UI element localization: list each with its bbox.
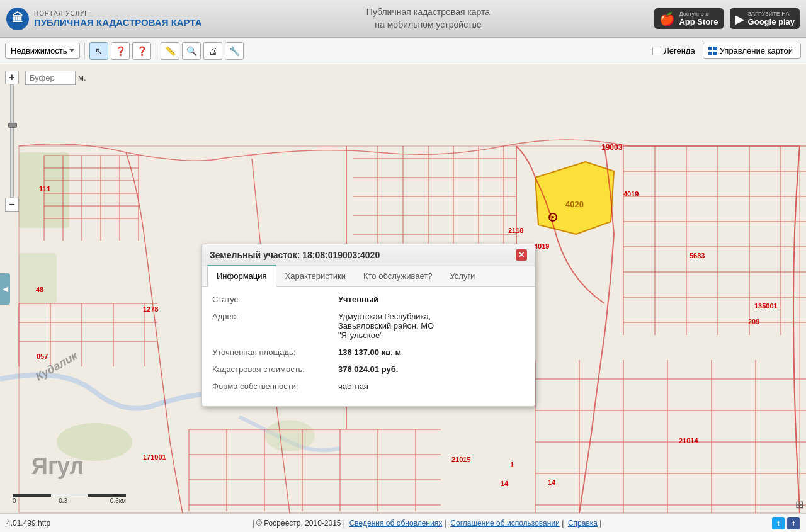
popup-close-btn[interactable]: ✕ <box>516 249 527 261</box>
zoom-out-btn[interactable]: − <box>5 198 19 212</box>
twitter-icon[interactable]: t <box>772 517 785 529</box>
zoom-slider-thumb <box>8 123 17 128</box>
zoom-in-btn[interactable]: + <box>5 71 19 84</box>
header: 🏛 ПОРТАЛ УСЛУГ ПУБЛИЧНАЯ КАДАСТРОВАЯ КАР… <box>0 0 806 38</box>
googleplay-label: ЗАГРУЗИТЕ НА Google play <box>748 11 795 26</box>
toolbar-separator-2 <box>156 43 156 59</box>
left-panel-toggle[interactable]: ◀ <box>0 273 10 305</box>
logo-icon: 🏛 <box>6 8 29 30</box>
footer-link-agreement[interactable]: Соглашение об использовании <box>450 519 560 528</box>
footer-copyright: | © Росреестр, 2010-2015 | <box>253 519 345 528</box>
popup-tabs: Информация Характеристики Кто обслуживае… <box>202 266 535 287</box>
footer: 4.01.499.http | © Росреестр, 2010-2015 |… <box>0 513 806 532</box>
footer-center: | © Росреестр, 2010-2015 | Сведения об о… <box>82 519 772 528</box>
appstore-label: Доступно в App Store <box>679 11 718 26</box>
popup-header: Земельный участок: 18:08:019003:4020 ✕ <box>202 244 535 266</box>
popup-label-status: Статус: <box>212 295 338 304</box>
scale-labels: 0 0.3 0.6км <box>13 497 126 504</box>
facebook-icon[interactable]: f <box>787 517 800 529</box>
popup-tab-who[interactable]: Кто обслуживает? <box>355 266 441 287</box>
popup-content: Статус: Учтенный Адрес: Удмуртская Респу… <box>202 287 535 406</box>
scale-line <box>13 494 126 497</box>
mobile-text: Публичная кадастровая карта на мобильном… <box>202 6 654 31</box>
site-title: ПУБЛИЧНАЯ КАДАСТРОВАЯ КАРТА <box>34 17 202 28</box>
popup-tab-services[interactable]: Услуги <box>441 266 484 287</box>
cursor-icon: ↖ <box>95 46 103 56</box>
popup-value-address: Удмуртская Республика,Завьяловский район… <box>338 312 525 340</box>
legend-label: Легенда <box>664 46 695 55</box>
popup-dialog: Земельный участок: 18:08:019003:4020 ✕ И… <box>202 244 535 407</box>
manage-map-icon <box>708 47 717 55</box>
header-center: Публичная кадастровая карта на мобильном… <box>202 6 654 31</box>
footer-social: t f <box>772 517 800 529</box>
googleplay-name: Google play <box>748 17 795 26</box>
popup-row-status: Статус: Учтенный <box>212 295 525 304</box>
buffer-unit-label: м. <box>78 73 86 82</box>
svg-point-80 <box>552 216 554 218</box>
manage-map-btn[interactable]: Управление картой <box>703 43 801 59</box>
popup-row-cost: Кадастровая стоимость: 376 024.01 руб. <box>212 365 525 374</box>
appstore-available: Доступно в <box>679 11 718 17</box>
property-dropdown[interactable]: Недвижимость <box>5 43 80 59</box>
legend-btn[interactable]: Легенда <box>652 46 695 55</box>
svg-point-3 <box>264 420 315 451</box>
scale-0: 0 <box>13 497 16 504</box>
scale-bar: 0 0.3 0.6км <box>13 494 126 504</box>
mobile-text-line1: Публичная кадастровая карта <box>366 7 490 17</box>
popup-label-ownership: Форма собственности: <box>212 382 338 391</box>
map-container[interactable]: м. + − ◀ 19003 4020 4019 4019 2118 5683 … <box>0 64 806 513</box>
scale-06: 0.6км <box>110 497 126 504</box>
popup-label-area: Уточненная площадь: <box>212 348 338 357</box>
popup-label-address: Адрес: <box>212 312 338 321</box>
footer-version: 4.01.499.http <box>6 519 82 528</box>
popup-tab-chars[interactable]: Характеристики <box>276 266 355 287</box>
manage-map-label: Управление картой <box>720 46 793 55</box>
googleplay-badge[interactable]: ▶ ЗАГРУЗИТЕ НА Google play <box>730 8 800 29</box>
appstore-badge[interactable]: 🍎 Доступно в App Store <box>654 8 723 29</box>
zoom-controls: + − <box>5 71 19 212</box>
help-btn[interactable]: ❓ <box>132 42 151 60</box>
popup-value-area: 136 137.00 кв. м <box>338 348 525 357</box>
search-btn[interactable]: 🔍 <box>182 42 201 60</box>
popup-label-cost: Кадастровая стоимость: <box>212 365 338 374</box>
settings-icon: 🔧 <box>229 46 240 56</box>
toolbar-separator-1 <box>84 43 85 59</box>
settings-btn[interactable]: 🔧 <box>225 42 244 60</box>
map-corner-icon[interactable]: ⊞ <box>795 499 803 511</box>
googleplay-available: ЗАГРУЗИТЕ НА <box>748 11 795 17</box>
popup-value-status: Учтенный <box>338 295 525 304</box>
info-btn[interactable]: ❓ <box>111 42 130 60</box>
search-icon: 🔍 <box>186 46 197 56</box>
popup-row-ownership: Форма собственности: частная <box>212 382 525 391</box>
property-dropdown-label: Недвижимость <box>11 46 67 55</box>
svg-rect-1 <box>19 253 57 303</box>
footer-link-help[interactable]: Справка <box>568 519 598 528</box>
measure-btn[interactable]: 📏 <box>161 42 179 60</box>
popup-row-address: Адрес: Удмуртская Республика,Завьяловски… <box>212 312 525 340</box>
buffer-input-container: м. <box>25 71 86 85</box>
print-btn[interactable]: 🖨 <box>203 42 222 60</box>
scale-seg-1 <box>13 494 50 497</box>
popup-value-cost: 376 024.01 руб. <box>338 365 525 374</box>
popup-title: Земельный участок: 18:08:019003:4020 <box>210 250 380 260</box>
scale-seg-2 <box>50 494 88 497</box>
toolbar: Недвижимость ↖ ❓ ❓ 📏 🔍 🖨 🔧 Легенда Управ… <box>0 38 806 64</box>
popup-tab-info[interactable]: Информация <box>207 265 276 287</box>
legend-checkbox <box>652 47 661 55</box>
header-logo: 🏛 ПОРТАЛ УСЛУГ ПУБЛИЧНАЯ КАДАСТРОВАЯ КАР… <box>6 8 202 30</box>
portal-label: ПОРТАЛ УСЛУГ <box>34 10 202 17</box>
header-right: 🍎 Доступно в App Store ▶ ЗАГРУЗИТЕ НА Go… <box>654 8 800 29</box>
print-icon: 🖨 <box>208 46 217 56</box>
buffer-input[interactable] <box>25 71 76 85</box>
popup-value-ownership: частная <box>338 382 525 391</box>
logo-text: ПОРТАЛ УСЛУГ ПУБЛИЧНАЯ КАДАСТРОВАЯ КАРТА <box>34 10 202 28</box>
mobile-text-line2: на мобильном устройстве <box>375 20 481 30</box>
footer-link-updates[interactable]: Сведения об обновлениях <box>349 519 443 528</box>
googleplay-icon: ▶ <box>735 11 744 26</box>
dropdown-arrow-icon <box>69 49 74 52</box>
info-icon: ❓ <box>115 46 126 56</box>
measure-icon: 📏 <box>165 46 176 56</box>
zoom-slider[interactable] <box>10 84 14 198</box>
svg-marker-4 <box>535 162 614 234</box>
select-tool-btn[interactable]: ↖ <box>89 42 108 60</box>
